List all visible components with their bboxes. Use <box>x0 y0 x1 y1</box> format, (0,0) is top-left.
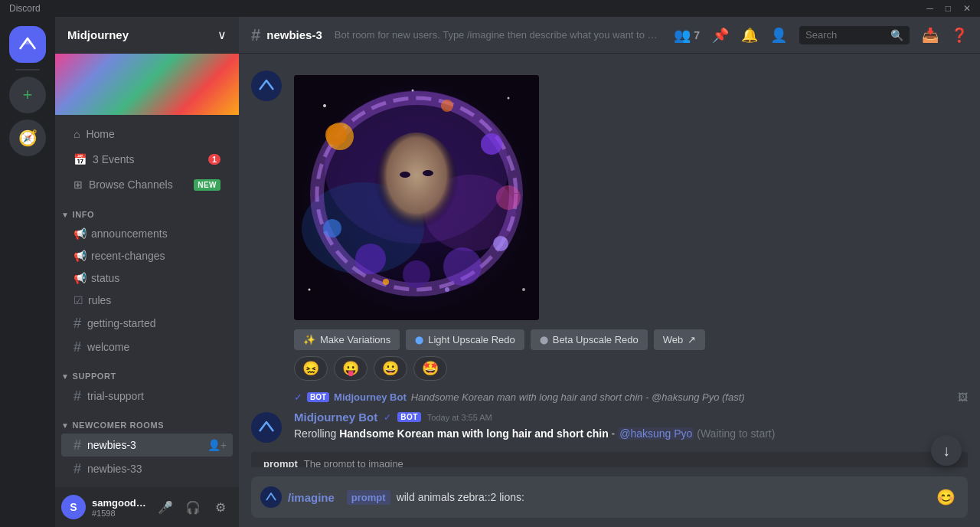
events-icon: 📅 <box>74 153 87 165</box>
reaction-btn-1[interactable]: 😛 <box>334 356 368 381</box>
members-count-icon: 👥 <box>674 27 691 44</box>
channel-newbies-33[interactable]: # newbies-33 <box>61 457 233 480</box>
reaction-btn-0[interactable]: 😖 <box>294 356 328 381</box>
reaction-btn-2[interactable]: 😀 <box>374 356 407 381</box>
members-icon[interactable]: 👥 7 <box>674 27 700 44</box>
command-input[interactable] <box>397 483 927 512</box>
nav-home-label: Home <box>86 128 114 140</box>
image-attachment[interactable] <box>294 75 539 320</box>
message-content: ✨ Make Variations ⬤ Light Upscale Redo ⬤… <box>294 69 968 381</box>
user-info: samgoodw... #1598 <box>92 497 147 518</box>
nav-home[interactable]: ⌂ Home <box>61 122 233 146</box>
search-input[interactable] <box>805 29 884 41</box>
explore-servers-button[interactable]: 🧭 <box>9 119 46 156</box>
top-bar: # newbies-3 Bot room for new users. Type… <box>239 17 980 54</box>
hash-icon: # <box>74 462 81 476</box>
svg-point-11 <box>441 100 453 112</box>
channel-label: welcome <box>87 341 129 353</box>
reaction-btn-3[interactable]: 🤩 <box>413 356 447 381</box>
channel-trial-support[interactable]: # trial-support <box>61 385 233 408</box>
slash-command: /imagine prompt <box>288 476 927 518</box>
channel-recent-changes[interactable]: 📢 recent-changes <box>61 245 233 267</box>
browse-channels-item[interactable]: ⊞ Browse Channels NEW <box>61 172 233 197</box>
app-title: Discord <box>9 3 41 14</box>
emoji-picker-button[interactable]: 😊 <box>933 485 959 509</box>
category-info[interactable]: ▼ INFO <box>55 198 239 222</box>
microphone-button[interactable]: 🎤 <box>153 495 178 519</box>
command-prompt-badge: prompt <box>347 490 390 505</box>
user-discriminator: #1598 <box>92 509 147 518</box>
channel-newbies-3[interactable]: # newbies-3 👤+ <box>61 434 233 457</box>
svg-point-15 <box>423 170 433 176</box>
mention-text[interactable]: @haksung Pyo <box>618 427 694 440</box>
make-variations-button[interactable]: ✨ Make Variations <box>294 329 400 350</box>
channel-label: trial-support <box>87 390 144 402</box>
category-support[interactable]: ▼ SUPPORT <box>55 359 239 384</box>
channel-announcements[interactable]: 📢 announcements <box>61 223 233 244</box>
svg-point-23 <box>412 90 414 92</box>
beta-icon: ⬤ <box>540 336 548 344</box>
bot-author-name[interactable]: Midjourney Bot <box>294 411 377 424</box>
channel-status[interactable]: 📢 status <box>61 267 233 289</box>
image-ref-icon: 🖼 <box>958 391 968 403</box>
minimize-btn[interactable]: ─ <box>926 3 933 14</box>
nav-events[interactable]: 📅 3 Events 1 <box>61 147 233 172</box>
svg-point-19 <box>323 104 326 107</box>
category-newcomer-rooms[interactable]: ▼ NEWCOMER ROOMS <box>55 408 239 433</box>
svg-point-25 <box>445 287 449 292</box>
svg-point-17 <box>443 247 482 286</box>
light-upscale-label: Light Upscale Redo <box>428 334 514 345</box>
server-sidebar: + 🧭 <box>0 17 55 527</box>
user-avatar[interactable]: S <box>61 495 86 519</box>
svg-point-18 <box>403 260 430 288</box>
down-arrow-icon: ↓ <box>942 442 950 460</box>
server-separator <box>15 69 40 70</box>
inbox-icon[interactable]: 📥 <box>922 27 939 44</box>
message-text-2: Rerolling Handsome Korean man with long … <box>294 427 968 442</box>
pin-icon[interactable]: 📌 <box>712 27 729 44</box>
help-icon[interactable]: ❓ <box>951 27 968 44</box>
reaction-emoji-0: 😖 <box>302 360 319 377</box>
members-list-icon[interactable]: 👤 <box>770 27 787 44</box>
megaphone-icon: 📢 <box>74 227 87 240</box>
main-area: # newbies-3 Bot room for new users. Type… <box>239 17 980 527</box>
svg-point-10 <box>493 236 508 251</box>
beta-upscale-redo-button[interactable]: ⬤ Beta Upscale Redo <box>531 329 648 350</box>
rerolling-text: Rerolling <box>294 427 339 440</box>
server-name: Midjourney <box>67 28 129 41</box>
search-bar[interactable]: 🔍 <box>799 26 910 44</box>
prompt-tooltip-text: The prompt to imagine <box>304 458 403 467</box>
server-header[interactable]: Midjourney ∨ <box>55 17 239 54</box>
notification-icon[interactable]: 🔔 <box>741 27 758 44</box>
add-member-icon[interactable]: 👤+ <box>207 439 227 451</box>
megaphone-icon: 📢 <box>74 272 87 284</box>
close-btn[interactable]: ✕ <box>963 3 971 14</box>
message-input-wrapper: /imagine prompt 😊 <box>251 476 968 518</box>
scroll-to-bottom-button[interactable]: ↓ <box>931 435 962 466</box>
channel-hash-icon: # <box>251 27 260 44</box>
hash-icon: # <box>74 316 81 330</box>
search-icon: 🔍 <box>890 29 903 41</box>
bold-text: Handsome Korean man with long hair and s… <box>339 427 609 440</box>
chevron-icon: ▼ <box>61 421 70 430</box>
channel-rules[interactable]: ☑ rules <box>61 290 233 311</box>
channel-welcome[interactable]: # welcome <box>61 336 233 358</box>
headset-button[interactable]: 🎧 <box>181 495 205 519</box>
category-support-label: SUPPORT <box>73 372 116 381</box>
bot-badge-inline: BOT <box>307 392 329 402</box>
settings-button[interactable]: ⚙ <box>208 495 233 519</box>
web-button[interactable]: Web ↗ <box>654 329 706 350</box>
members-count: 7 <box>694 29 700 41</box>
channel-getting-started[interactable]: # getting-started <box>61 312 233 335</box>
web-label: Web <box>663 334 684 345</box>
hash-icon: # <box>74 389 81 403</box>
nav-events-label: 3 Events <box>93 153 134 165</box>
add-server-button[interactable]: + <box>9 77 46 113</box>
maximize-btn[interactable]: □ <box>946 3 951 14</box>
server-icon-midjourney[interactable] <box>9 26 46 63</box>
svg-point-14 <box>400 172 410 178</box>
reaction-buttons: 😖 😛 😀 🤩 <box>294 356 968 381</box>
light-upscale-redo-button[interactable]: ⬤ Light Upscale Redo <box>406 329 524 350</box>
events-badge: 1 <box>208 154 220 165</box>
channel-label: newbies-33 <box>87 463 142 475</box>
